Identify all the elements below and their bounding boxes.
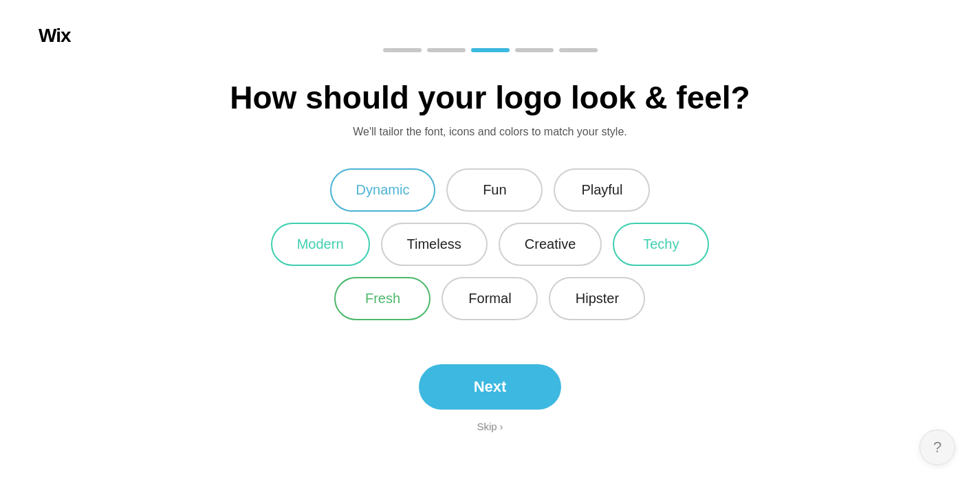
option-fun[interactable]: Fun: [446, 168, 543, 212]
option-formal[interactable]: Formal: [442, 277, 538, 320]
option-modern[interactable]: Modern: [271, 223, 370, 266]
main-content: How should your logo look & feel? We'll …: [0, 80, 980, 432]
progress-step-5: [559, 48, 598, 52]
option-creative[interactable]: Creative: [499, 223, 602, 266]
options-row-1: Dynamic Fun Playful: [330, 168, 651, 212]
option-hipster[interactable]: Hipster: [549, 277, 645, 320]
style-options: Dynamic Fun Playful Modern Timeless Crea…: [271, 168, 710, 320]
options-row-2: Modern Timeless Creative Techy: [271, 223, 710, 266]
next-button[interactable]: Next: [419, 364, 562, 410]
option-timeless[interactable]: Timeless: [381, 223, 488, 266]
progress-step-2: [427, 48, 466, 52]
page-title: How should your logo look & feel?: [230, 80, 750, 116]
help-button[interactable]: ?: [919, 430, 955, 465]
skip-link[interactable]: Skip ›: [477, 421, 503, 432]
skip-label: Skip: [477, 421, 497, 432]
progress-step-4: [515, 48, 554, 52]
skip-chevron-icon: ›: [500, 421, 503, 432]
page-subtitle: We'll tailor the font, icons and colors …: [353, 126, 627, 138]
wix-logo: Wix: [39, 25, 71, 47]
option-playful[interactable]: Playful: [554, 168, 650, 212]
progress-step-1: [383, 48, 422, 52]
progress-bar: [0, 41, 980, 52]
progress-step-3: [471, 48, 510, 52]
option-techy[interactable]: Techy: [613, 223, 709, 266]
option-dynamic[interactable]: Dynamic: [330, 168, 436, 212]
option-fresh[interactable]: Fresh: [334, 277, 431, 320]
options-row-3: Fresh Formal Hipster: [334, 277, 645, 320]
